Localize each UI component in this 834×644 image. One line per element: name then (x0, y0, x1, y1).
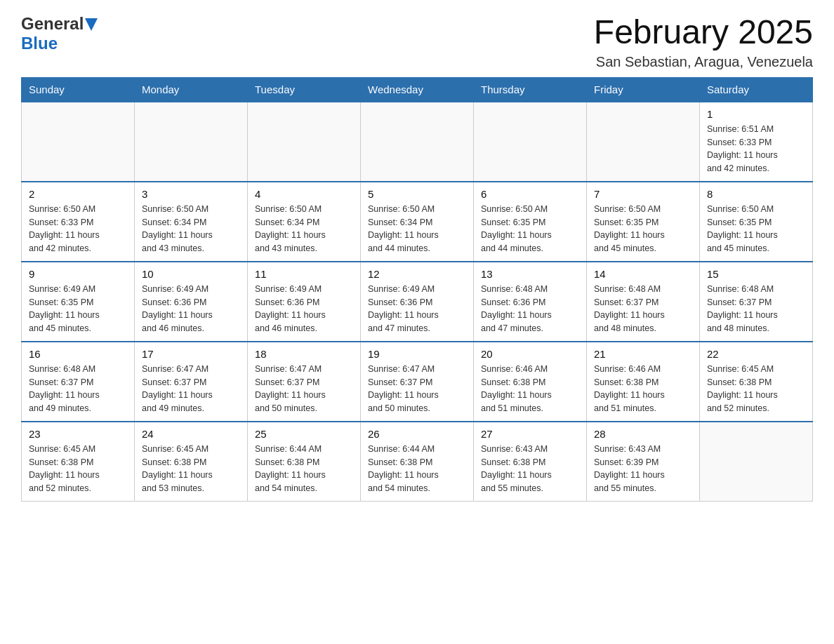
calendar-cell: 27Sunrise: 6:43 AM Sunset: 6:38 PM Dayli… (474, 422, 587, 502)
day-info: Sunrise: 6:50 AM Sunset: 6:34 PM Dayligh… (142, 203, 240, 255)
location-subtitle: San Sebastian, Aragua, Venezuela (594, 54, 813, 70)
calendar-cell: 20Sunrise: 6:46 AM Sunset: 6:38 PM Dayli… (474, 342, 587, 422)
calendar-week-4: 16Sunrise: 6:48 AM Sunset: 6:37 PM Dayli… (22, 342, 813, 422)
day-number: 6 (481, 188, 579, 200)
calendar-cell: 10Sunrise: 6:49 AM Sunset: 6:36 PM Dayli… (135, 262, 248, 342)
day-info: Sunrise: 6:47 AM Sunset: 6:37 PM Dayligh… (255, 363, 353, 415)
day-number: 10 (142, 268, 240, 280)
day-number: 13 (481, 268, 579, 280)
day-info: Sunrise: 6:47 AM Sunset: 6:37 PM Dayligh… (368, 363, 466, 415)
day-info: Sunrise: 6:46 AM Sunset: 6:38 PM Dayligh… (594, 363, 692, 415)
day-info: Sunrise: 6:50 AM Sunset: 6:35 PM Dayligh… (594, 203, 692, 255)
svg-marker-0 (85, 18, 98, 31)
weekday-header-friday: Friday (587, 77, 700, 102)
day-info: Sunrise: 6:50 AM Sunset: 6:34 PM Dayligh… (255, 203, 353, 255)
day-number: 17 (142, 348, 240, 360)
day-info: Sunrise: 6:44 AM Sunset: 6:38 PM Dayligh… (368, 443, 466, 495)
calendar-cell: 15Sunrise: 6:48 AM Sunset: 6:37 PM Dayli… (700, 262, 813, 342)
calendar-cell: 8Sunrise: 6:50 AM Sunset: 6:35 PM Daylig… (700, 182, 813, 262)
month-title: February 2025 (594, 14, 813, 51)
calendar-week-3: 9Sunrise: 6:49 AM Sunset: 6:35 PM Daylig… (22, 262, 813, 342)
calendar-cell: 17Sunrise: 6:47 AM Sunset: 6:37 PM Dayli… (135, 342, 248, 422)
calendar-cell: 7Sunrise: 6:50 AM Sunset: 6:35 PM Daylig… (587, 182, 700, 262)
calendar-cell: 26Sunrise: 6:44 AM Sunset: 6:38 PM Dayli… (361, 422, 474, 502)
day-number: 22 (707, 348, 805, 360)
calendar-cell: 19Sunrise: 6:47 AM Sunset: 6:37 PM Dayli… (361, 342, 474, 422)
day-info: Sunrise: 6:50 AM Sunset: 6:35 PM Dayligh… (707, 203, 805, 255)
day-number: 8 (707, 188, 805, 200)
day-number: 2 (29, 188, 127, 200)
day-info: Sunrise: 6:51 AM Sunset: 6:33 PM Dayligh… (707, 123, 805, 175)
calendar-cell: 28Sunrise: 6:43 AM Sunset: 6:39 PM Dayli… (587, 422, 700, 502)
calendar-cell: 16Sunrise: 6:48 AM Sunset: 6:37 PM Dayli… (22, 342, 135, 422)
calendar-cell: 5Sunrise: 6:50 AM Sunset: 6:34 PM Daylig… (361, 182, 474, 262)
day-info: Sunrise: 6:49 AM Sunset: 6:36 PM Dayligh… (255, 283, 353, 335)
day-info: Sunrise: 6:43 AM Sunset: 6:39 PM Dayligh… (594, 443, 692, 495)
day-info: Sunrise: 6:45 AM Sunset: 6:38 PM Dayligh… (29, 443, 127, 495)
calendar-cell: 22Sunrise: 6:45 AM Sunset: 6:38 PM Dayli… (700, 342, 813, 422)
weekday-header-row: SundayMondayTuesdayWednesdayThursdayFrid… (22, 77, 813, 102)
day-info: Sunrise: 6:46 AM Sunset: 6:38 PM Dayligh… (481, 363, 579, 415)
day-number: 7 (594, 188, 692, 200)
calendar-cell: 23Sunrise: 6:45 AM Sunset: 6:38 PM Dayli… (22, 422, 135, 502)
calendar-cell (700, 422, 813, 502)
day-info: Sunrise: 6:44 AM Sunset: 6:38 PM Dayligh… (255, 443, 353, 495)
day-number: 5 (368, 188, 466, 200)
day-number: 21 (594, 348, 692, 360)
calendar-week-2: 2Sunrise: 6:50 AM Sunset: 6:33 PM Daylig… (22, 182, 813, 262)
day-number: 26 (368, 428, 466, 440)
calendar-cell (248, 102, 361, 182)
day-info: Sunrise: 6:49 AM Sunset: 6:36 PM Dayligh… (142, 283, 240, 335)
calendar-table: SundayMondayTuesdayWednesdayThursdayFrid… (21, 77, 813, 502)
day-number: 18 (255, 348, 353, 360)
weekday-header-sunday: Sunday (22, 77, 135, 102)
calendar-cell (22, 102, 135, 182)
weekday-header-saturday: Saturday (700, 77, 813, 102)
calendar-cell: 24Sunrise: 6:45 AM Sunset: 6:38 PM Dayli… (135, 422, 248, 502)
day-info: Sunrise: 6:50 AM Sunset: 6:35 PM Dayligh… (481, 203, 579, 255)
calendar-cell: 1Sunrise: 6:51 AM Sunset: 6:33 PM Daylig… (700, 102, 813, 182)
calendar-cell: 25Sunrise: 6:44 AM Sunset: 6:38 PM Dayli… (248, 422, 361, 502)
day-info: Sunrise: 6:50 AM Sunset: 6:33 PM Dayligh… (29, 203, 127, 255)
day-info: Sunrise: 6:48 AM Sunset: 6:36 PM Dayligh… (481, 283, 579, 335)
day-info: Sunrise: 6:48 AM Sunset: 6:37 PM Dayligh… (594, 283, 692, 335)
calendar-cell: 9Sunrise: 6:49 AM Sunset: 6:35 PM Daylig… (22, 262, 135, 342)
day-info: Sunrise: 6:43 AM Sunset: 6:38 PM Dayligh… (481, 443, 579, 495)
day-number: 4 (255, 188, 353, 200)
calendar-cell (361, 102, 474, 182)
calendar-cell: 21Sunrise: 6:46 AM Sunset: 6:38 PM Dayli… (587, 342, 700, 422)
day-number: 12 (368, 268, 466, 280)
day-info: Sunrise: 6:45 AM Sunset: 6:38 PM Dayligh… (142, 443, 240, 495)
weekday-header-tuesday: Tuesday (248, 77, 361, 102)
calendar-cell: 18Sunrise: 6:47 AM Sunset: 6:37 PM Dayli… (248, 342, 361, 422)
page-header: General Blue February 2025 San Sebastian… (21, 14, 813, 70)
calendar-cell (135, 102, 248, 182)
day-info: Sunrise: 6:49 AM Sunset: 6:36 PM Dayligh… (368, 283, 466, 335)
day-number: 3 (142, 188, 240, 200)
calendar-week-5: 23Sunrise: 6:45 AM Sunset: 6:38 PM Dayli… (22, 422, 813, 502)
calendar-cell (474, 102, 587, 182)
day-info: Sunrise: 6:50 AM Sunset: 6:34 PM Dayligh… (368, 203, 466, 255)
weekday-header-monday: Monday (135, 77, 248, 102)
calendar-cell: 2Sunrise: 6:50 AM Sunset: 6:33 PM Daylig… (22, 182, 135, 262)
day-info: Sunrise: 6:49 AM Sunset: 6:35 PM Dayligh… (29, 283, 127, 335)
day-number: 24 (142, 428, 240, 440)
calendar-cell: 12Sunrise: 6:49 AM Sunset: 6:36 PM Dayli… (361, 262, 474, 342)
calendar-cell (587, 102, 700, 182)
logo: General Blue (21, 14, 98, 53)
calendar-cell: 3Sunrise: 6:50 AM Sunset: 6:34 PM Daylig… (135, 182, 248, 262)
title-section: February 2025 San Sebastian, Aragua, Ven… (594, 14, 813, 70)
logo-triangle-icon (85, 18, 98, 31)
calendar-cell: 13Sunrise: 6:48 AM Sunset: 6:36 PM Dayli… (474, 262, 587, 342)
calendar-cell: 14Sunrise: 6:48 AM Sunset: 6:37 PM Dayli… (587, 262, 700, 342)
day-number: 25 (255, 428, 353, 440)
day-info: Sunrise: 6:48 AM Sunset: 6:37 PM Dayligh… (707, 283, 805, 335)
weekday-header-thursday: Thursday (474, 77, 587, 102)
weekday-header-wednesday: Wednesday (361, 77, 474, 102)
logo-general-text: General (21, 14, 84, 34)
logo-blue-text: Blue (21, 34, 58, 53)
day-info: Sunrise: 6:45 AM Sunset: 6:38 PM Dayligh… (707, 363, 805, 415)
calendar-cell: 6Sunrise: 6:50 AM Sunset: 6:35 PM Daylig… (474, 182, 587, 262)
day-number: 9 (29, 268, 127, 280)
day-info: Sunrise: 6:47 AM Sunset: 6:37 PM Dayligh… (142, 363, 240, 415)
